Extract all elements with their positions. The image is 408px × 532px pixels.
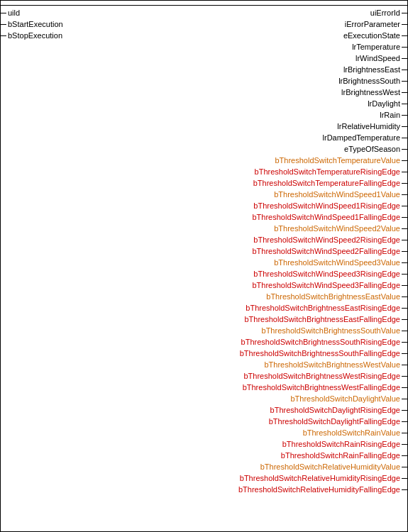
pin-connector (402, 274, 407, 275)
pin-label: bThresholdSwitchTemperatureRisingEdge (255, 166, 400, 177)
pin-connector (402, 444, 407, 445)
pin-connector (402, 331, 407, 331)
pin-label: uiErrorId (370, 7, 400, 18)
pin-connector (402, 399, 407, 399)
pin-connector (402, 342, 407, 343)
right-pin-row: bThresholdSwitchTemperatureValue (275, 155, 408, 166)
pin-label: lrDampedTemperature (323, 132, 400, 143)
pin-connector (402, 58, 407, 59)
right-pin-row: bThresholdSwitchWindSpeed3RisingEdge (253, 268, 407, 279)
pin-connector (402, 194, 407, 195)
pin-connector (402, 319, 407, 320)
pin-label: bThresholdSwitchTemperatureValue (275, 155, 401, 166)
pin-label: lrBrightnessEast (343, 64, 400, 75)
pin-connector (402, 138, 407, 138)
right-pin-row: eTypeOfSeason (344, 143, 407, 155)
right-pin-row: lrTemperature (352, 41, 407, 52)
pin-connector (402, 160, 407, 161)
pin-connector (402, 376, 407, 377)
pin-connector (402, 206, 407, 206)
pin-connector (402, 183, 407, 184)
pin-connector (402, 433, 407, 433)
pin-label: bStopExecution (8, 30, 62, 41)
right-pin-row: lrBrightnessSouth (338, 75, 407, 87)
pin-connector (402, 478, 407, 479)
left-pin-group: uildbStartExecutionbStopExecution (1, 7, 63, 495)
right-pin-row: bThresholdSwitchBrightnessSouthFallingEd… (240, 348, 407, 359)
pin-connector (1, 35, 6, 36)
right-pin-row: bThresholdSwitchWindSpeed1RisingEdge (253, 200, 407, 211)
pin-label: lrTemperature (352, 41, 400, 52)
pin-label: bThresholdSwitchBrightnessWestRisingEdge (243, 370, 400, 382)
right-pin-row: lrWindSpeed (355, 52, 407, 64)
right-pin-row: bThresholdSwitchWindSpeed3FallingEdge (252, 279, 407, 291)
pin-label: bThresholdSwitchRelativeHumidityFallingE… (238, 484, 400, 495)
pin-label: bThresholdSwitchBrightnessSouthFallingEd… (240, 348, 400, 359)
pin-connector (402, 297, 407, 297)
right-pin-row: bThresholdSwitchTemperatureFallingEdge (253, 177, 407, 189)
block-title (1, 1, 407, 6)
pin-connector (1, 13, 6, 13)
pin-label: bThresholdSwitchTemperatureFallingEdge (253, 177, 400, 189)
left-pin-row: uild (1, 7, 20, 18)
right-pin-row: eExecutionState (343, 30, 407, 41)
right-pin-row: bThresholdSwitchTemperatureRisingEdge (255, 166, 407, 177)
right-pin-row: lrDaylight (368, 98, 407, 109)
pin-label: lrRain (380, 109, 400, 121)
pin-connector (402, 455, 407, 456)
pin-connector (402, 81, 407, 82)
pin-connector (402, 13, 407, 13)
right-pin-row: bThresholdSwitchBrightnessSouthValue (262, 325, 407, 336)
pin-label: iErrorParameter (345, 18, 400, 30)
pin-label: bThresholdSwitchRelativeHumidityRisingEd… (240, 472, 400, 484)
pin-label: bThresholdSwitchWindSpeed3FallingEdge (252, 279, 400, 291)
right-pin-row: lrBrightnessEast (343, 64, 407, 75)
pin-label: bThresholdSwitchRainFallingEdge (281, 450, 400, 461)
pin-connector (402, 104, 407, 104)
pin-connector (402, 489, 407, 490)
pin-label: bThresholdSwitchWindSpeed1FallingEdge (252, 211, 400, 223)
pin-label: bThresholdSwitchWindSpeed1RisingEdge (253, 200, 400, 211)
pin-connector (402, 24, 407, 25)
right-pin-row: bThresholdSwitchBrightnessEastFallingEdg… (244, 314, 407, 325)
right-pin-row: bThresholdSwitchRainValue (303, 427, 407, 438)
pin-label: lrBrightnessSouth (338, 75, 400, 87)
pin-connector (402, 70, 407, 70)
right-pin-row: bThresholdSwitchRainRisingEdge (282, 438, 407, 450)
right-pin-row: bThresholdSwitchRainFallingEdge (281, 450, 407, 461)
pin-connector (402, 251, 407, 252)
pin-label: eTypeOfSeason (344, 143, 400, 155)
pin-label: bThresholdSwitchBrightnessSouthRisingEdg… (241, 336, 400, 348)
right-pin-row: bThresholdSwitchWindSpeed3Value (274, 257, 407, 268)
pin-label: bThresholdSwitchWindSpeed2FallingEdge (252, 245, 400, 257)
right-pin-row: bThresholdSwitchDaylightFallingEdge (269, 416, 407, 427)
pin-label: bThresholdSwitchWindSpeed3RisingEdge (253, 268, 400, 279)
right-pin-row: iErrorParameter (345, 18, 407, 30)
pin-label: lrWindSpeed (355, 52, 400, 64)
pin-connector (402, 172, 407, 172)
pin-connector (402, 353, 407, 354)
pin-connector (402, 262, 407, 263)
pin-connector (402, 421, 407, 422)
pin-connector (402, 92, 407, 93)
pin-label: lrRelativeHumidity (337, 121, 400, 132)
pin-label: bThresholdSwitchDaylightRisingEdge (270, 404, 400, 416)
right-pin-row: bThresholdSwitchRelativeHumidityFallingE… (238, 484, 407, 495)
right-pin-row: bThresholdSwitchRelativeHumidityRisingEd… (240, 472, 407, 484)
right-pin-row: bThresholdSwitchWindSpeed2Value (274, 223, 407, 234)
right-pin-row: bThresholdSwitchDaylightValue (291, 393, 408, 404)
pin-connector (402, 365, 407, 365)
pin-connector (402, 149, 407, 150)
pin-label: uild (8, 7, 20, 18)
right-pin-row: bThresholdSwitchWindSpeed2RisingEdge (253, 234, 407, 245)
pin-label: bThresholdSwitchRelativeHumidityValue (260, 461, 400, 472)
right-pin-row: bThresholdSwitchBrightnessEastValue (266, 291, 407, 302)
pin-label: bThresholdSwitchWindSpeed3Value (274, 257, 400, 268)
pin-label: bThresholdSwitchBrightnessEastFallingEdg… (244, 314, 400, 325)
pin-label: bThresholdSwitchBrightnessSouthValue (262, 325, 400, 336)
pin-connector (402, 228, 407, 229)
right-pin-row: bThresholdSwitchDaylightRisingEdge (270, 404, 407, 416)
pin-label: bThresholdSwitchBrightnessEastValue (266, 291, 400, 302)
pin-label: bThresholdSwitchBrightnessWestFallingEdg… (243, 382, 400, 393)
pin-label: bThresholdSwitchRainRisingEdge (282, 438, 400, 450)
